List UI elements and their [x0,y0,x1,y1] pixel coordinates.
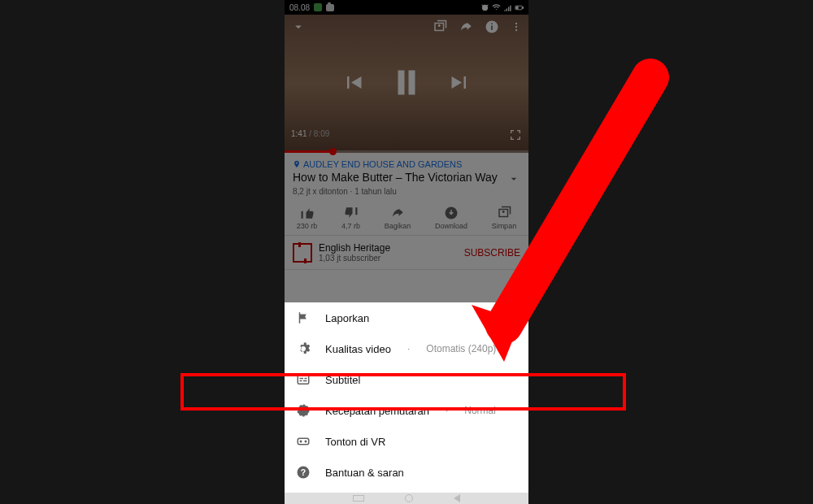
svg-rect-12 [298,438,309,445]
options-menu: Laporkan Kualitas video · Otomatis (240p… [285,302,528,493]
thumb-down-icon [344,206,359,220]
video-title-row[interactable]: How to Make Butter – The Victorian Way [293,171,520,185]
speed-icon [296,403,311,418]
subtitles-icon [296,372,311,387]
help-icon: ? [296,465,311,480]
vr-icon [296,434,311,449]
prev-track-icon[interactable] [341,71,366,95]
svg-rect-2 [516,7,518,9]
wifi-icon [492,3,501,12]
status-time: 08.08 [289,3,310,12]
battery-icon [515,3,524,12]
svg-rect-5 [491,24,493,25]
svg-point-14 [305,441,307,443]
alarm-icon [480,3,489,12]
channel-avatar [293,243,312,263]
svg-point-7 [515,26,517,28]
share-icon [390,206,405,220]
fullscreen-icon[interactable] [509,128,522,141]
action-bar: 230 rb 4,7 rb Bagikan Download Simpan [285,199,528,236]
svg-point-8 [515,29,517,31]
menu-subtitle[interactable]: Subtitel [285,364,528,395]
more-vert-icon[interactable] [511,20,522,34]
svg-point-13 [300,441,302,443]
subscribe-button[interactable]: SUBSCRIBE [464,247,520,259]
info-icon[interactable] [485,20,499,34]
share-forward-icon[interactable] [459,20,473,34]
recent-apps-icon[interactable] [353,495,364,502]
like-button[interactable]: 230 rb [297,206,318,230]
video-player[interactable]: 1:41 / 8:09 [285,15,528,153]
save-button[interactable]: Simpan [492,206,517,230]
download-button[interactable]: Download [435,206,467,230]
svg-text:?: ? [301,467,306,477]
collapse-icon[interactable] [291,20,306,34]
channel-subs: 1,03 jt subscriber [319,254,458,263]
share-button[interactable]: Bagikan [385,206,411,230]
pause-button[interactable] [398,71,415,95]
status-bar: 08.08 [285,0,528,15]
video-title: How to Make Butter – The Victorian Way [293,171,498,184]
home-icon[interactable] [405,494,413,502]
svg-rect-1 [523,7,524,8]
gear-icon [296,341,311,356]
status-camera-icon [325,3,334,12]
flag-icon [296,311,311,325]
dislike-button[interactable]: 4,7 rb [341,206,360,230]
video-meta: AUDLEY END HOUSE AND GARDENS How to Make… [285,153,528,199]
pin-icon [293,160,301,168]
phone-frame: 08.08 1:41 / 8:09 [285,0,528,504]
svg-point-6 [515,23,517,24]
next-track-icon[interactable] [448,71,472,95]
status-app-icon [313,3,322,12]
menu-vr[interactable]: Tonton di VR [285,426,528,457]
video-stats: 8,2 jt x ditonton · 1 tahun lalu [293,187,520,196]
download-icon [444,206,459,220]
menu-report[interactable]: Laporkan [285,302,528,333]
menu-help[interactable]: ? Bantuan & saran [285,457,528,488]
menu-speed[interactable]: Kecepatan pemutaran · Normal [285,395,528,426]
android-navbar[interactable] [285,493,528,504]
channel-name: English Heritage [319,242,458,254]
save-playlist-icon [497,206,511,220]
channel-row[interactable]: English Heritage 1,03 jt subscriber SUBS… [285,236,528,270]
video-time: 1:41 / 8:09 [291,129,329,138]
location-tag[interactable]: AUDLEY END HOUSE AND GARDENS [293,159,520,169]
thumb-up-icon [300,206,315,220]
progress-bar[interactable] [285,150,528,153]
add-to-queue-icon[interactable] [433,20,447,34]
signal-icon [503,3,512,12]
svg-rect-4 [491,26,493,30]
expand-description-icon[interactable] [507,172,520,185]
svg-rect-10 [298,376,309,385]
menu-quality[interactable]: Kualitas video · Otomatis (240p) [285,333,528,364]
back-icon[interactable] [454,494,460,502]
